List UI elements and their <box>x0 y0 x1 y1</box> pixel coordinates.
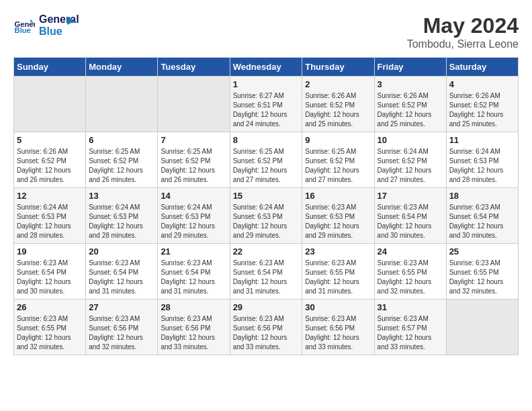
day-detail: Sunrise: 6:23 AM Sunset: 6:55 PM Dayligh… <box>449 259 515 296</box>
weekday-header-saturday: Saturday <box>446 58 518 77</box>
day-detail: Sunrise: 6:23 AM Sunset: 6:55 PM Dayligh… <box>378 259 443 296</box>
day-number: 3 <box>378 79 443 89</box>
calendar-cell: 26Sunrise: 6:23 AM Sunset: 6:55 PM Dayli… <box>14 300 86 355</box>
day-number: 24 <box>378 246 443 257</box>
week-row-3: 12Sunrise: 6:24 AM Sunset: 6:53 PM Dayli… <box>14 188 519 244</box>
calendar-cell: 18Sunrise: 6:23 AM Sunset: 6:54 PM Dayli… <box>446 188 518 244</box>
day-detail: Sunrise: 6:23 AM Sunset: 6:54 PM Dayligh… <box>17 259 83 296</box>
day-detail: Sunrise: 6:25 AM Sunset: 6:52 PM Dayligh… <box>305 147 371 185</box>
logo: General Blue General Blue <box>13 13 75 37</box>
calendar-cell: 11Sunrise: 6:24 AM Sunset: 6:53 PM Dayli… <box>446 132 518 188</box>
title-block: May 2024 Tombodu, Sierra Leone <box>407 13 519 50</box>
day-number: 21 <box>161 246 226 257</box>
day-number: 13 <box>89 191 154 201</box>
calendar-cell: 20Sunrise: 6:23 AM Sunset: 6:54 PM Dayli… <box>86 244 158 300</box>
day-number: 22 <box>233 246 300 257</box>
logo-flag-icon <box>62 15 75 29</box>
calendar-cell <box>14 77 86 132</box>
day-number: 2 <box>305 79 371 89</box>
day-number: 8 <box>233 135 300 145</box>
day-detail: Sunrise: 6:24 AM Sunset: 6:53 PM Dayligh… <box>233 203 300 240</box>
day-detail: Sunrise: 6:23 AM Sunset: 6:56 PM Dayligh… <box>161 314 226 352</box>
calendar-cell: 5Sunrise: 6:26 AM Sunset: 6:52 PM Daylig… <box>14 132 86 188</box>
day-number: 7 <box>161 135 226 145</box>
day-number: 11 <box>449 135 515 145</box>
svg-text:Blue: Blue <box>15 26 31 34</box>
calendar-cell: 31Sunrise: 6:23 AM Sunset: 6:57 PM Dayli… <box>374 300 446 355</box>
day-detail: Sunrise: 6:23 AM Sunset: 6:54 PM Dayligh… <box>89 259 154 296</box>
day-detail: Sunrise: 6:24 AM Sunset: 6:53 PM Dayligh… <box>17 203 83 240</box>
calendar-cell: 30Sunrise: 6:23 AM Sunset: 6:56 PM Dayli… <box>302 300 374 355</box>
page-header: General Blue General Blue May 2024 Tombo… <box>13 13 519 50</box>
day-detail: Sunrise: 6:23 AM Sunset: 6:56 PM Dayligh… <box>89 314 154 352</box>
calendar-cell: 17Sunrise: 6:23 AM Sunset: 6:54 PM Dayli… <box>374 188 446 244</box>
day-detail: Sunrise: 6:24 AM Sunset: 6:53 PM Dayligh… <box>89 203 154 240</box>
day-number: 31 <box>378 302 443 312</box>
week-row-2: 5Sunrise: 6:26 AM Sunset: 6:52 PM Daylig… <box>14 132 519 188</box>
day-detail: Sunrise: 6:26 AM Sunset: 6:52 PM Dayligh… <box>378 91 443 129</box>
weekday-header-friday: Friday <box>374 58 446 77</box>
day-detail: Sunrise: 6:24 AM Sunset: 6:52 PM Dayligh… <box>378 147 443 185</box>
day-detail: Sunrise: 6:23 AM Sunset: 6:55 PM Dayligh… <box>17 314 83 352</box>
calendar-cell: 12Sunrise: 6:24 AM Sunset: 6:53 PM Dayli… <box>14 188 86 244</box>
day-detail: Sunrise: 6:26 AM Sunset: 6:52 PM Dayligh… <box>449 91 515 129</box>
day-detail: Sunrise: 6:23 AM Sunset: 6:54 PM Dayligh… <box>378 203 443 240</box>
day-number: 10 <box>378 135 443 145</box>
day-detail: Sunrise: 6:27 AM Sunset: 6:51 PM Dayligh… <box>233 91 300 129</box>
day-detail: Sunrise: 6:23 AM Sunset: 6:55 PM Dayligh… <box>305 259 371 296</box>
calendar-cell: 8Sunrise: 6:25 AM Sunset: 6:52 PM Daylig… <box>230 132 302 188</box>
calendar-cell: 28Sunrise: 6:23 AM Sunset: 6:56 PM Dayli… <box>158 300 230 355</box>
week-row-5: 26Sunrise: 6:23 AM Sunset: 6:55 PM Dayli… <box>14 300 519 355</box>
day-detail: Sunrise: 6:23 AM Sunset: 6:54 PM Dayligh… <box>449 203 515 240</box>
day-number: 18 <box>449 191 515 201</box>
calendar-cell: 13Sunrise: 6:24 AM Sunset: 6:53 PM Dayli… <box>86 188 158 244</box>
week-row-1: 1Sunrise: 6:27 AM Sunset: 6:51 PM Daylig… <box>14 77 519 132</box>
calendar-cell: 3Sunrise: 6:26 AM Sunset: 6:52 PM Daylig… <box>374 77 446 132</box>
day-number: 6 <box>89 135 154 145</box>
day-number: 12 <box>17 191 83 201</box>
day-number: 23 <box>305 246 371 257</box>
calendar-cell: 9Sunrise: 6:25 AM Sunset: 6:52 PM Daylig… <box>302 132 374 188</box>
calendar-cell: 1Sunrise: 6:27 AM Sunset: 6:51 PM Daylig… <box>230 77 302 132</box>
calendar-cell <box>446 300 518 355</box>
calendar-cell: 23Sunrise: 6:23 AM Sunset: 6:55 PM Dayli… <box>302 244 374 300</box>
calendar-cell: 16Sunrise: 6:23 AM Sunset: 6:53 PM Dayli… <box>302 188 374 244</box>
day-number: 30 <box>305 302 371 312</box>
day-number: 14 <box>161 191 226 201</box>
svg-marker-3 <box>67 17 75 25</box>
calendar-cell <box>158 77 230 132</box>
calendar-cell: 22Sunrise: 6:23 AM Sunset: 6:54 PM Dayli… <box>230 244 302 300</box>
day-number: 19 <box>17 246 83 257</box>
calendar-cell: 14Sunrise: 6:24 AM Sunset: 6:53 PM Dayli… <box>158 188 230 244</box>
logo-icon: General Blue <box>13 15 35 36</box>
day-number: 15 <box>233 191 300 201</box>
calendar-cell: 4Sunrise: 6:26 AM Sunset: 6:52 PM Daylig… <box>446 77 518 132</box>
weekday-header-sunday: Sunday <box>14 58 86 77</box>
day-detail: Sunrise: 6:23 AM Sunset: 6:56 PM Dayligh… <box>305 314 371 352</box>
weekday-header-thursday: Thursday <box>302 58 374 77</box>
calendar-cell: 29Sunrise: 6:23 AM Sunset: 6:56 PM Dayli… <box>230 300 302 355</box>
week-row-4: 19Sunrise: 6:23 AM Sunset: 6:54 PM Dayli… <box>14 244 519 300</box>
day-detail: Sunrise: 6:23 AM Sunset: 6:57 PM Dayligh… <box>378 314 443 352</box>
day-detail: Sunrise: 6:24 AM Sunset: 6:53 PM Dayligh… <box>161 203 226 240</box>
day-number: 9 <box>305 135 371 145</box>
day-detail: Sunrise: 6:25 AM Sunset: 6:52 PM Dayligh… <box>89 147 154 185</box>
weekday-header-wednesday: Wednesday <box>230 58 302 77</box>
day-number: 25 <box>449 246 515 257</box>
calendar-cell: 6Sunrise: 6:25 AM Sunset: 6:52 PM Daylig… <box>86 132 158 188</box>
day-number: 28 <box>161 302 226 312</box>
calendar-table: SundayMondayTuesdayWednesdayThursdayFrid… <box>13 57 519 355</box>
calendar-cell: 15Sunrise: 6:24 AM Sunset: 6:53 PM Dayli… <box>230 188 302 244</box>
day-detail: Sunrise: 6:23 AM Sunset: 6:54 PM Dayligh… <box>233 259 300 296</box>
day-number: 26 <box>17 302 83 312</box>
day-detail: Sunrise: 6:23 AM Sunset: 6:53 PM Dayligh… <box>305 203 371 240</box>
calendar-cell: 21Sunrise: 6:23 AM Sunset: 6:54 PM Dayli… <box>158 244 230 300</box>
weekday-header-row: SundayMondayTuesdayWednesdayThursdayFrid… <box>14 58 519 77</box>
day-number: 17 <box>378 191 443 201</box>
day-detail: Sunrise: 6:25 AM Sunset: 6:52 PM Dayligh… <box>161 147 226 185</box>
calendar-cell <box>86 77 158 132</box>
day-detail: Sunrise: 6:26 AM Sunset: 6:52 PM Dayligh… <box>305 91 371 129</box>
calendar-cell: 2Sunrise: 6:26 AM Sunset: 6:52 PM Daylig… <box>302 77 374 132</box>
calendar-cell: 19Sunrise: 6:23 AM Sunset: 6:54 PM Dayli… <box>14 244 86 300</box>
day-number: 1 <box>233 79 300 89</box>
